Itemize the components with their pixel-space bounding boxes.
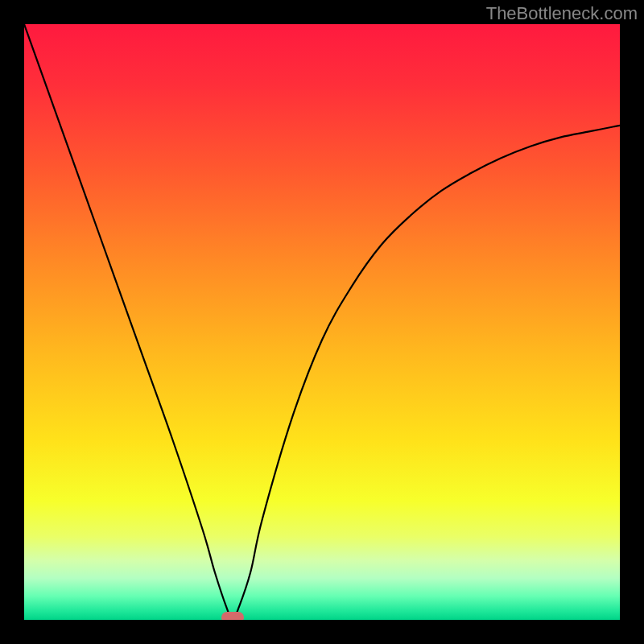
bottleneck-chart [24,24,620,620]
attribution-label: TheBottleneck.com [486,3,638,24]
optimum-marker [221,612,244,620]
chart-frame [24,24,620,620]
gradient-background [24,24,620,620]
